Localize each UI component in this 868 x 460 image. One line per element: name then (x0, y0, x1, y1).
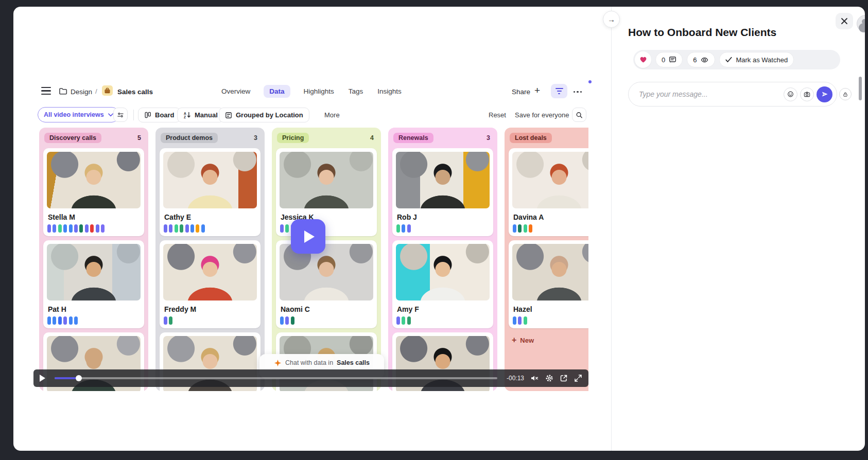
column-pricing: Pricing 4 Jessica K Naomi C (272, 128, 381, 391)
column-count: 5 (137, 134, 143, 141)
tab-tags[interactable]: Tags (348, 85, 364, 98)
column-label[interactable]: Pricing (277, 133, 309, 143)
tag-bars (396, 224, 489, 233)
menu-icon[interactable] (41, 87, 51, 95)
message-input[interactable] (629, 90, 784, 98)
column-count: 4 (370, 134, 376, 141)
mute-icon[interactable] (530, 374, 539, 382)
views-button[interactable]: 6 (687, 52, 715, 67)
tab-highlights[interactable]: Highlights (303, 85, 335, 98)
tag-bars (47, 224, 140, 233)
video-thumbnail (47, 152, 141, 208)
video-thumbnail (163, 152, 257, 208)
column-count: 3 (487, 134, 492, 141)
svg-text:A: A (184, 112, 186, 115)
progress-handle[interactable] (76, 375, 82, 381)
open-in-new-icon[interactable] (560, 374, 568, 382)
comment-icon (669, 56, 676, 63)
search-icon[interactable] (572, 108, 586, 122)
breadcrumb-project[interactable]: Sales calls (117, 88, 153, 96)
close-icon[interactable] (836, 13, 853, 29)
play-button[interactable] (40, 375, 45, 382)
comment-count: 0 (662, 56, 665, 64)
send-icon[interactable] (817, 86, 832, 102)
interview-card[interactable]: Stella M (43, 148, 144, 236)
participant-name: Freddy M (164, 305, 256, 313)
board-view-button[interactable]: Board (138, 108, 181, 122)
add-card-button[interactable]: + New (509, 334, 537, 346)
unsaved-indicator-dot (588, 80, 592, 83)
interview-card[interactable]: Davina A (509, 148, 588, 236)
video-thumbnail (47, 244, 141, 300)
save-for-everyone-button[interactable]: Save for everyone (512, 111, 572, 119)
settings-gear-icon[interactable] (545, 374, 553, 382)
eye-icon (700, 56, 709, 64)
interview-card[interactable]: Hazel (509, 240, 588, 328)
progress-fill (55, 377, 78, 379)
reactions-bar: 0 6 Mark as Watched (633, 50, 840, 69)
column-label[interactable]: Product demos (161, 133, 218, 143)
interview-card[interactable]: Freddy M (160, 240, 261, 328)
chevron-down-icon (108, 113, 113, 117)
comments-button[interactable]: 0 (655, 52, 683, 67)
participant-name: Davina A (513, 213, 588, 221)
video-modal-window: Design / Sales calls Overview Data Highl… (13, 7, 865, 451)
column-lost-deals: Lost deals Davina A Hazel + New (505, 128, 588, 391)
plus-icon: + (512, 335, 516, 345)
tab-overview[interactable]: Overview (220, 85, 251, 98)
tab-insights[interactable]: Insights (376, 85, 403, 98)
view-settings-icon[interactable] (113, 108, 128, 122)
collapse-panel-button[interactable]: → (603, 11, 620, 28)
heart-icon (639, 56, 648, 64)
tag-bars (164, 224, 256, 233)
interview-card[interactable]: Jessica K (276, 148, 377, 236)
folder-icon (59, 87, 67, 95)
camera-icon[interactable] (800, 87, 814, 101)
board-icon (144, 111, 151, 119)
fullscreen-icon[interactable] (574, 374, 582, 382)
participant-name: Amy F (397, 305, 489, 313)
add-button[interactable]: + (534, 84, 540, 97)
heart-reaction-button[interactable] (635, 51, 651, 68)
breadcrumb-folder[interactable]: Design (71, 88, 92, 96)
tag-bars (396, 316, 489, 325)
tab-data[interactable]: Data (264, 85, 290, 98)
sort-icon: AZ (183, 111, 191, 119)
share-button[interactable]: Share (512, 88, 530, 96)
data-source-dropdown[interactable]: All video interviews (38, 107, 119, 122)
toolbar-divider (133, 110, 134, 120)
video-thumbnail (163, 244, 257, 300)
tag-bars (280, 316, 373, 325)
interview-card[interactable]: Naomi C (276, 240, 377, 328)
play-overlay-button[interactable] (291, 219, 325, 254)
reset-button[interactable]: Reset (485, 111, 509, 119)
sparkle-icon (274, 359, 282, 367)
column-label[interactable]: Renewals (393, 133, 433, 143)
column-label[interactable]: Discovery calls (44, 133, 101, 143)
video-thumbnail (280, 152, 373, 208)
sort-manual-button[interactable]: AZ Manual (177, 108, 224, 122)
project-tabs: Overview Data Highlights Tags Insights (220, 83, 403, 99)
progress-bar[interactable] (55, 377, 497, 379)
column-discovery-calls: Discovery calls 5 Stella M Pat H (39, 128, 148, 391)
participant-name: Hazel (513, 305, 588, 313)
interview-card[interactable]: Cathy E (160, 148, 261, 236)
tag-bars (513, 316, 588, 325)
partial-avatar (857, 15, 865, 32)
mark-as-watched-button[interactable]: Mark as Watched (719, 52, 794, 67)
participant-name: Stella M (48, 213, 140, 221)
video-thumbnail (512, 152, 588, 208)
group-by-button[interactable]: Grouped by Location (219, 108, 309, 122)
filter-icon[interactable] (551, 84, 567, 98)
lock-icon[interactable] (839, 88, 852, 100)
toolbar-more-button[interactable]: More (321, 111, 343, 119)
interview-card[interactable]: Pat H (43, 240, 144, 328)
column-label[interactable]: Lost deals (510, 133, 552, 143)
kanban-board: Discovery calls 5 Stella M Pat H (39, 128, 588, 391)
interview-card[interactable]: Rob J (392, 148, 493, 236)
more-menu-icon[interactable] (572, 89, 583, 95)
emoji-icon[interactable] (784, 87, 797, 101)
panel-scrollbar[interactable] (859, 77, 862, 100)
check-icon (725, 57, 732, 63)
interview-card[interactable]: Amy F (392, 240, 493, 328)
